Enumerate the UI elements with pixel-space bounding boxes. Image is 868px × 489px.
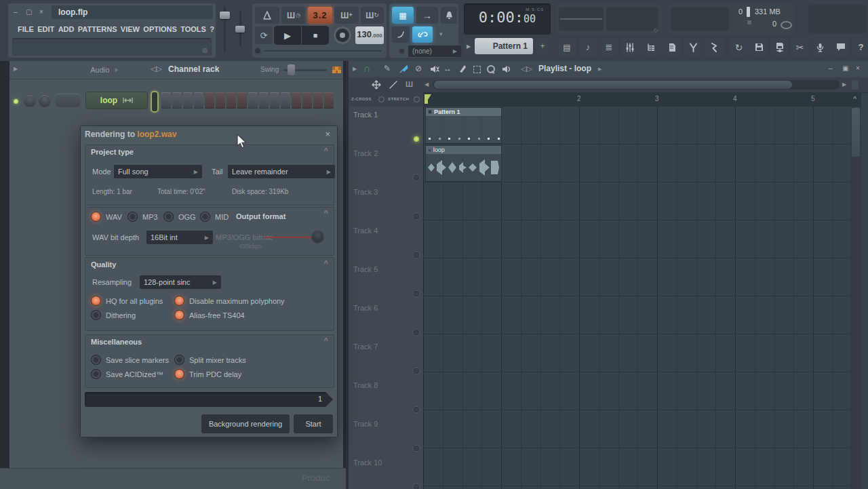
step-cell[interactable]: [292, 92, 301, 109]
bpm-display[interactable]: 130.000: [355, 26, 384, 44]
stop-button[interactable]: ■: [302, 26, 329, 45]
zcross-toggle[interactable]: [378, 96, 384, 102]
loop-record-button[interactable]: Ш↻: [361, 7, 384, 24]
pattern-clip[interactable]: ≣ Pattern 1: [425, 107, 502, 144]
h-scrollbar-thumb[interactable]: [434, 81, 792, 89]
record-button[interactable]: [334, 26, 351, 44]
save-acidized-option[interactable]: Save ACIDized™: [91, 369, 163, 379]
link-button[interactable]: [412, 26, 433, 43]
disable-polyphony-option[interactable]: Disable maximum polyphony: [174, 296, 285, 306]
radio-led[interactable]: [163, 212, 174, 222]
time-display[interactable]: M:S:CS 0:00:00: [464, 3, 551, 35]
radio-led[interactable]: [127, 212, 138, 222]
step-cell[interactable]: [172, 92, 182, 109]
playlist-close-icon[interactable]: ×: [856, 64, 860, 72]
playlist-grid[interactable]: ≣ Pattern 1 × loop: [423, 106, 862, 489]
start-button[interactable]: Start: [294, 414, 333, 433]
track-header[interactable]: Track 8: [349, 377, 423, 416]
touch-controller-button[interactable]: [705, 38, 724, 56]
close-icon[interactable]: ×: [39, 8, 43, 16]
browser-panel-button[interactable]: [642, 38, 660, 56]
checkbox-led[interactable]: [174, 310, 184, 320]
scroll-up-icon[interactable]: ^: [853, 95, 856, 102]
menu-add[interactable]: ADD: [58, 25, 75, 33]
typing-keyboard-button[interactable]: [441, 7, 457, 24]
step-cell[interactable]: [324, 92, 334, 109]
track-header[interactable]: Track 1: [349, 106, 423, 145]
export-cut-button[interactable]: ✂: [791, 38, 809, 56]
menu-options[interactable]: OPTIONS: [143, 25, 177, 33]
format-radio-ogg[interactable]: OGG: [163, 212, 196, 222]
slice-tool-icon[interactable]: [458, 64, 467, 73]
track-activity-led[interactable]: [414, 330, 419, 335]
dialog-titlebar[interactable]: Rendering to loop2.wav ×: [81, 126, 337, 144]
channel-volume-knob[interactable]: [39, 95, 50, 106]
line-tool-icon[interactable]: [389, 81, 397, 89]
track-header[interactable]: Track 9: [349, 416, 423, 454]
playhead-marker[interactable]: [424, 94, 432, 104]
timeline-ruler[interactable]: 2 3 4 5 6: [423, 92, 861, 107]
collapse-icon[interactable]: ▶: [14, 66, 18, 72]
step-cell[interactable]: [216, 92, 225, 109]
track-activity-led[interactable]: [414, 368, 419, 374]
channel-rack-title[interactable]: Channel rack: [168, 64, 219, 74]
channel-button[interactable]: loop: [85, 92, 148, 109]
playlist-panel-button[interactable]: ▤: [557, 38, 576, 56]
move-tool-icon[interactable]: [372, 80, 381, 90]
song-mode-arrow-button[interactable]: →: [416, 7, 438, 24]
v-scrollbar-track[interactable]: [850, 106, 861, 489]
checkbox-led[interactable]: [174, 355, 184, 365]
trim-pdc-delay-option[interactable]: Trim PDC delay: [174, 369, 241, 379]
export-wav-button[interactable]: [770, 38, 789, 56]
track-activity-led[interactable]: [414, 252, 419, 258]
step-cell[interactable]: [226, 92, 236, 109]
step-edit-button[interactable]: Ш+: [334, 7, 359, 24]
undo-button[interactable]: ↻: [730, 38, 748, 56]
countdown-button[interactable]: 3.2: [308, 7, 332, 24]
channel-selector-pill[interactable]: [151, 91, 159, 113]
h-scrollbar-track[interactable]: [433, 80, 840, 90]
background-rendering-button[interactable]: Background rendering: [201, 414, 290, 433]
menu-help[interactable]: ?: [210, 25, 214, 33]
checkbox-led[interactable]: [91, 310, 101, 320]
step-cell[interactable]: [302, 92, 312, 109]
record-audio-button[interactable]: [811, 38, 829, 56]
hq-plugins-option[interactable]: HQ for all plugins: [91, 296, 163, 306]
step-cell[interactable]: [237, 92, 247, 109]
step-cell[interactable]: [313, 92, 323, 109]
plugin-database-button[interactable]: [684, 38, 703, 56]
dithering-option[interactable]: Dithering: [91, 310, 136, 320]
save-slice-markers-option[interactable]: Save slice markers: [91, 355, 169, 365]
minimize-icon[interactable]: –: [14, 8, 18, 16]
scroll-right-icon[interactable]: ▶: [842, 81, 846, 87]
track-activity-led[interactable]: [414, 291, 419, 296]
format-radio-wav[interactable]: WAV: [91, 212, 122, 222]
playlist-menu-icon[interactable]: ▶: [353, 66, 357, 72]
channel-mute-button[interactable]: [56, 94, 80, 107]
track-header[interactable]: Track 2: [349, 145, 423, 184]
step-cell[interactable]: [270, 92, 279, 109]
v-scrollbar-thumb[interactable]: [852, 108, 860, 157]
pattern-add-button[interactable]: +: [536, 38, 549, 54]
collapse-caret-icon[interactable]: ^: [324, 209, 328, 217]
channel-pan-knob[interactable]: [24, 95, 35, 106]
step-cell[interactable]: [281, 92, 290, 109]
monitor-switch-icon[interactable]: ◇: [654, 27, 658, 33]
playlist-title-arrow-icon[interactable]: ▶: [598, 66, 601, 72]
swing-slider[interactable]: [288, 64, 295, 75]
track-activity-led[interactable]: [414, 175, 419, 180]
checkbox-led[interactable]: [91, 355, 101, 365]
menu-view[interactable]: VIEW: [121, 25, 140, 33]
mixer-panel-button[interactable]: [620, 38, 639, 56]
help-button[interactable]: ?: [852, 38, 868, 56]
snap-magnet-icon[interactable]: ∩: [363, 62, 370, 75]
select-tool-icon[interactable]: [473, 66, 481, 73]
radio-led[interactable]: [200, 212, 210, 222]
piano-roll-panel-button[interactable]: ♪: [578, 38, 597, 56]
save-button[interactable]: [750, 38, 768, 56]
playlist-maximize-icon[interactable]: ▣: [842, 64, 848, 72]
plugin-picker-button[interactable]: [663, 38, 682, 56]
shuffle-knob[interactable]: [254, 47, 262, 55]
channel-enable-led[interactable]: [14, 99, 18, 104]
format-radio-mp3[interactable]: MP3: [127, 212, 158, 222]
